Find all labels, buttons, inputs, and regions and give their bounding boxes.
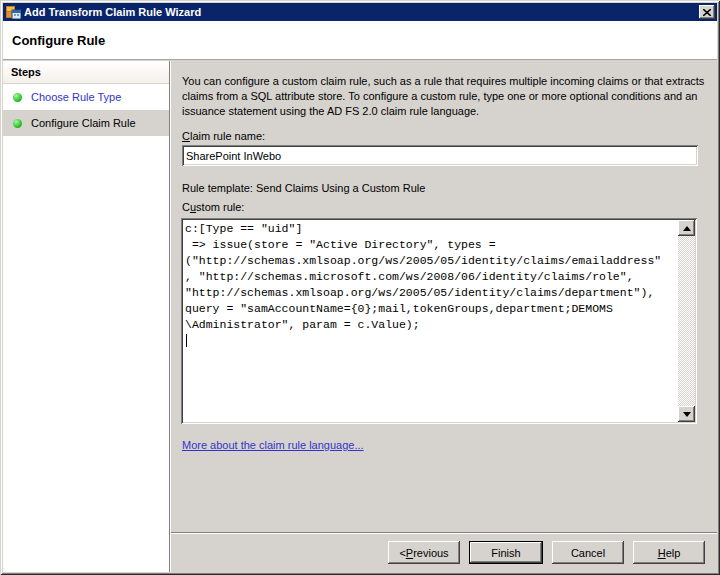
wizard-icon xyxy=(6,5,21,19)
scroll-up-button[interactable] xyxy=(678,220,695,236)
finish-button[interactable]: Finish xyxy=(469,541,543,564)
custom-rule-textarea[interactable]: c:[Type == "uid"] => issue(store = "Acti… xyxy=(181,218,697,424)
cancel-button[interactable]: Cancel xyxy=(552,541,624,564)
rule-template-text: Rule template: Send Claims Using a Custo… xyxy=(182,182,425,194)
steps-sidebar: Steps Choose Rule Type Configure Claim R… xyxy=(3,61,169,572)
main-pane: You can configure a custom claim rule, s… xyxy=(171,61,717,572)
custom-rule-label: Custom rule: xyxy=(182,201,244,213)
help-button[interactable]: Help xyxy=(633,541,705,564)
arrow-up-icon xyxy=(683,226,691,231)
sidebar-item-choose-rule-type[interactable]: Choose Rule Type xyxy=(3,84,169,110)
close-button[interactable] xyxy=(699,5,715,19)
custom-rule-text: c:[Type == "uid"] => issue(store = "Acti… xyxy=(185,221,676,421)
dialog-body: Steps Choose Rule Type Configure Claim R… xyxy=(3,61,717,572)
arrow-down-icon xyxy=(683,412,691,417)
step-bullet-icon xyxy=(13,93,22,102)
description-text: You can configure a custom claim rule, s… xyxy=(182,74,710,119)
custom-rule-scrollbar[interactable] xyxy=(678,220,695,422)
title-bar: Add Transform Claim Rule Wizard xyxy=(3,3,717,21)
claim-rule-name-input[interactable] xyxy=(182,145,698,166)
sidebar-item-label: Configure Claim Rule xyxy=(31,117,136,129)
scroll-down-button[interactable] xyxy=(678,406,695,422)
header-band: Configure Rule xyxy=(3,21,717,60)
close-icon xyxy=(703,9,711,16)
text-caret xyxy=(186,334,187,347)
step-bullet-icon xyxy=(13,119,22,128)
previous-button[interactable]: < Previous xyxy=(388,541,460,564)
button-bar: < Previous Finish Cancel Help xyxy=(171,532,717,572)
scrollbar-track[interactable] xyxy=(678,236,695,406)
wizard-window: Add Transform Claim Rule Wizard Configur… xyxy=(0,0,720,575)
steps-header: Steps xyxy=(3,61,169,84)
page-title: Configure Rule xyxy=(12,33,105,48)
claim-rule-name-label: Claim rule name: xyxy=(182,130,265,142)
sidebar-item-configure-claim-rule[interactable]: Configure Claim Rule xyxy=(3,110,169,136)
window-title: Add Transform Claim Rule Wizard xyxy=(24,6,699,18)
sidebar-item-label: Choose Rule Type xyxy=(31,91,121,103)
claim-rule-language-link[interactable]: More about the claim rule language... xyxy=(182,439,364,451)
